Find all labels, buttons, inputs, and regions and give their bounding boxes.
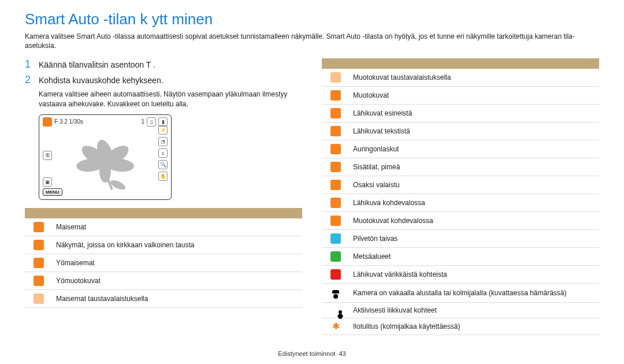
row-label: Lähikuvat esineistä [350,105,599,122]
row-icon-cell [25,218,53,236]
table-row: Lähikuvat esineistä [322,105,599,122]
scene-icon [330,90,341,101]
svg-point-6 [100,155,110,166]
tripod-person-icon [332,289,340,299]
row-icon-cell [25,254,53,272]
page-title: Smart Auto -tilan k ytt minen [25,10,599,28]
camera-menu-button[interactable]: MENU [43,188,62,196]
scene-icon [330,72,341,83]
camera-single-shot: 1 [141,118,144,125]
footer-page-number: 43 [339,350,346,357]
table-row: Lähikuvat tekstistä [322,122,599,140]
row-label: Maisemat [53,218,302,236]
table-row: Muotokuvat taustavalaistuksella [322,69,599,87]
step-1: 1 Käännä tilanvalitsin asentoon T . [25,58,302,70]
scene-icon [330,233,341,244]
table-header-icon [322,58,350,69]
scene-icon [330,180,341,190]
scene-icon [330,144,341,154]
table-row: Kamera on vakaalla alustalla tai kolmija… [322,284,599,302]
step-2-subtext: Kamera valitsee aiheen automaattisesti. … [39,90,302,108]
row-icon-cell [322,140,350,158]
table-row: Osaksi valaistu [322,176,599,194]
row-icon-cell [322,176,350,194]
row-icon-cell [25,272,53,289]
row-icon-cell [322,230,350,248]
ev-icon: ± [158,148,168,158]
row-label: Maisemat taustavalaistuksella [53,289,302,307]
row-icon-cell [322,284,350,302]
table-row: Maisemat taustavalaistuksella [25,289,302,307]
row-label: Auringonlaskut [350,140,599,158]
row-label: Aktiivisesti liikkuvat kohteet [350,302,599,318]
scene-icon [34,240,44,250]
left-icon-table: MaisematNäkymät, joissa on kirkkaan valk… [25,208,302,308]
row-label: Sisätilat, pimeä [350,158,599,176]
hand-icon: ✋ [158,172,168,181]
table-row: Yömaisemat [25,254,302,272]
right-column: Muotokuvat taustavalaistuksellaMuotokuva… [322,58,599,335]
table-row: Auringonlaskut [322,140,599,158]
row-label: Kamera on vakaalla alustalla tai kolmija… [350,284,599,302]
scene-icon [330,108,341,118]
table-header-row [322,58,599,69]
table-row: Muotokuvat [322,87,599,105]
page-footer: Edistyneet toiminnot 43 [0,350,624,357]
table-header-row [25,208,302,218]
scene-icon [34,294,44,304]
table-row: Lähikuva kohdevalossa [322,194,599,212]
row-label: Muotokuvat taustavalaistuksella [350,69,599,87]
table-row: Näkymät, joissa on kirkkaan valkoinen ta… [25,236,302,254]
row-label: Yömaisemat [53,254,302,272]
row-label: Pilvetön taivas [350,230,599,248]
row-icon-cell [322,212,350,230]
camera-exposure-info: F 3.2 1/30s [54,118,83,125]
table-row: Aktiivisesti liikkuvat kohteet [322,302,599,318]
table-row: Yömuotokuvat [25,272,302,289]
table-row: Ilotulitus (kolmijalkaa käytettäessä) [322,318,599,335]
row-label: Lähikuva kohdevalossa [350,194,599,212]
row-icon-cell [322,248,350,266]
row-label: Muotokuvat kohdevalossa [350,212,599,230]
left-column: 1 Käännä tilanvalitsin asentoon T . 2 Ko… [25,58,302,335]
scene-icon [34,222,44,232]
row-icon-cell [322,122,350,140]
row-label: Lähikuvat tekstistä [350,122,599,140]
row-icon-cell [322,318,350,335]
table-row: Metsäalueet [322,248,599,266]
fireworks-icon [332,323,340,331]
row-label: Metsäalueet [350,248,599,266]
row-icon-cell [322,105,350,122]
row-label: Näkymät, joissa on kirkkaan valkoinen ta… [53,236,302,254]
row-icon-cell [322,158,350,176]
right-icon-table: Muotokuvat taustavalaistuksellaMuotokuva… [322,58,599,335]
flower-illustration [65,127,146,191]
camera-preview: F 3.2 1/30s 1 ▯ ▮ ⦿ ▣ ⚡ ◔ ± 🔍 ✋ [39,114,172,200]
table-row: Lähikuvat värikkäistä kohteista [322,266,599,284]
row-label: Muotokuvat [350,87,599,105]
scene-icon [34,258,44,268]
scene-icon [330,269,341,280]
step-2-number: 2 [25,74,33,86]
row-icon-cell [322,69,350,87]
scene-icon [330,251,341,262]
table-header-desc [350,58,599,69]
mode-icon-1: ⦿ [43,151,52,160]
zoom-icon: 🔍 [158,160,168,169]
intro-text: Kamera valitsee Smart Auto -tilassa auto… [25,32,599,50]
row-icon-cell [322,302,350,318]
step-1-number: 1 [25,58,33,70]
flower-macro-icon [43,117,52,127]
table-header-desc [53,208,302,218]
timer-icon: ◔ [158,137,168,146]
scene-icon [330,162,341,172]
row-icon-cell [25,289,53,307]
content-columns: 1 Käännä tilanvalitsin asentoon T . 2 Ko… [25,58,599,335]
storage-icon: ▯ [147,117,156,127]
row-label: Ilotulitus (kolmijalkaa käytettäessä) [350,318,599,335]
scene-icon [330,216,341,226]
mode-icon-2: ▣ [43,177,52,187]
row-label: Yömuotokuvat [53,272,302,289]
row-icon-cell [322,266,350,284]
step-1-text: Käännä tilanvalitsin asentoon T . [39,60,155,69]
